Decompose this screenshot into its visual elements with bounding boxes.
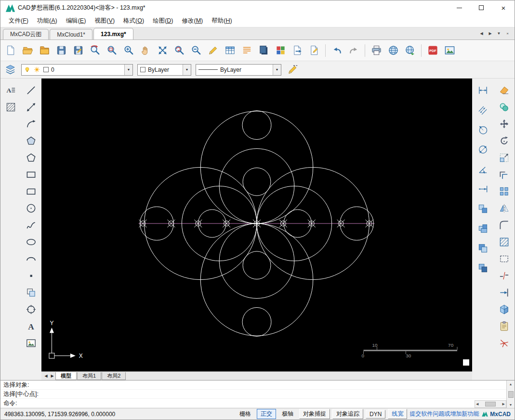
paste-block-button[interactable]: [475, 241, 490, 255]
dim-continue-button[interactable]: [475, 182, 490, 196]
table-button[interactable]: [222, 42, 238, 59]
doc-tab-control-2[interactable]: ▶: [487, 30, 494, 37]
view-3d-button[interactable]: [497, 302, 511, 316]
arc-tool-button[interactable]: [24, 117, 39, 131]
drawing-canvas[interactable]: YX1070030: [41, 79, 472, 371]
zoom-refresh-button[interactable]: [171, 42, 187, 59]
break-button[interactable]: [497, 269, 511, 283]
command-vertical-scrollbar[interactable]: ▲ ▼: [506, 381, 515, 408]
polygon-button[interactable]: [24, 151, 39, 165]
doc-tab-control-3[interactable]: ▼: [495, 30, 502, 37]
zoom-in-button[interactable]: [120, 42, 137, 59]
dim-diameter-button[interactable]: [475, 143, 490, 157]
image-export-button[interactable]: [441, 42, 458, 59]
erase-button[interactable]: [497, 83, 511, 97]
menu-item-1[interactable]: 文件(F): [4, 15, 33, 26]
spline-button[interactable]: [24, 218, 39, 232]
layer-combo-arrow-icon[interactable]: ▼: [124, 65, 132, 75]
globe-transfer-button[interactable]: [402, 42, 418, 59]
globe-web-button[interactable]: [385, 42, 401, 59]
explode-button[interactable]: [497, 336, 511, 350]
menu-item-3[interactable]: 编辑(E): [62, 15, 91, 26]
circle-tool-button[interactable]: [24, 201, 39, 215]
zoom-window-button[interactable]: [104, 42, 120, 59]
array-button[interactable]: [497, 184, 511, 198]
menu-item-5[interactable]: 格式(O): [119, 15, 148, 26]
command-hscrollbar-thumb[interactable]: [485, 402, 496, 407]
clipboard-button[interactable]: [497, 319, 511, 333]
scale-button[interactable]: [497, 151, 511, 165]
export-page-button[interactable]: [289, 42, 305, 59]
draw-pencil-button[interactable]: [205, 42, 221, 59]
doc-tab-3[interactable]: 123.mxg*: [93, 28, 133, 39]
command-horizontal-scrollbar[interactable]: ◀ ▶: [475, 400, 506, 408]
minimize-button[interactable]: [448, 0, 470, 15]
color-combo[interactable]: ByLayer ▼: [137, 64, 191, 76]
text-button[interactable]: A: [24, 319, 39, 333]
feedback-link[interactable]: 提交软件问题或增加新功能: [409, 410, 479, 418]
polygon-filled-button[interactable]: [24, 134, 39, 148]
copy-block-button[interactable]: [475, 222, 490, 236]
page-edit-button[interactable]: [306, 42, 322, 59]
extend-button[interactable]: [497, 286, 511, 300]
status-toggle-1[interactable]: 栅格: [236, 409, 254, 419]
scroll-down-icon[interactable]: ▼: [509, 401, 513, 408]
zoom-previous-button[interactable]: [87, 42, 103, 59]
dim-angular-button[interactable]: [475, 162, 490, 176]
pan-button[interactable]: [137, 42, 154, 59]
layout-tab-1[interactable]: 模型: [55, 372, 77, 380]
ellipse-button[interactable]: [24, 235, 39, 249]
offset-button[interactable]: [497, 168, 511, 182]
rotate-button[interactable]: [497, 134, 511, 148]
region-button[interactable]: [24, 286, 39, 300]
point-tool-button[interactable]: [24, 269, 39, 283]
menu-item-8[interactable]: 帮助(H): [207, 15, 236, 26]
fillet-button[interactable]: [497, 218, 511, 232]
hatch-style-button[interactable]: [3, 100, 18, 114]
mtext-button[interactable]: [238, 42, 255, 59]
scroll-left-icon[interactable]: ◀: [476, 401, 478, 407]
text-style-button[interactable]: A: [3, 83, 18, 97]
status-toggle-3[interactable]: 极轴: [278, 409, 297, 419]
zoom-dynamic-button[interactable]: [154, 42, 171, 59]
maximize-button[interactable]: [470, 0, 492, 15]
open-folder-button[interactable]: [36, 42, 53, 59]
doc-tab-1[interactable]: MxCAD云图: [3, 29, 49, 39]
linetype-combo[interactable]: ByLayer ▼: [196, 64, 281, 76]
layout-scroll-left[interactable]: ◀: [43, 374, 49, 378]
ellipse-arc-button[interactable]: [24, 252, 39, 266]
draw-order-button[interactable]: [475, 261, 490, 275]
match-prop-button[interactable]: [475, 202, 490, 216]
new-file-button[interactable]: [2, 42, 19, 59]
rect-corner-button[interactable]: [24, 184, 39, 198]
paste-page-button[interactable]: [255, 42, 272, 59]
layout-scroll-right[interactable]: ▶: [49, 374, 55, 378]
status-toggle-6[interactable]: DYN: [366, 410, 385, 419]
zoom-out-button[interactable]: [188, 42, 204, 59]
menu-item-4[interactable]: 视图(V): [90, 15, 119, 26]
color-combo-arrow-icon[interactable]: ▼: [183, 65, 191, 75]
save-as-button[interactable]: [70, 42, 86, 59]
dim-radius-button[interactable]: [475, 123, 490, 137]
status-toggle-4[interactable]: 对象捕捉: [299, 409, 330, 419]
linetype-combo-arrow-icon[interactable]: ▼: [273, 65, 281, 75]
doc-tab-control-1[interactable]: ◀: [478, 30, 485, 37]
command-line-panel[interactable]: 选择对象:选择[中心点]:命令: ▲ ▼ ◀ ▶: [0, 380, 515, 408]
donut-button[interactable]: [24, 302, 39, 316]
doc-tab-2[interactable]: MxCloud1*: [50, 29, 92, 39]
command-scrollbar-thumb[interactable]: [508, 391, 514, 398]
menu-item-2[interactable]: 功能(A): [33, 15, 62, 26]
dim-linear-button[interactable]: [475, 83, 490, 97]
layer-manager-button[interactable]: [3, 63, 17, 77]
palette-button[interactable]: [272, 42, 289, 59]
mirror-button[interactable]: [497, 201, 511, 215]
move-button[interactable]: [497, 117, 511, 131]
image-insert-button[interactable]: [24, 336, 39, 350]
layer-combo[interactable]: 0 ▼: [21, 64, 133, 76]
rectangle-button[interactable]: [24, 168, 39, 182]
pdf-export-button[interactable]: PDF: [424, 42, 441, 59]
dim-aligned-button[interactable]: [475, 103, 490, 117]
copy-object-button[interactable]: [497, 100, 511, 114]
layout-tab-3[interactable]: 布局2: [102, 372, 126, 380]
wipeout-button[interactable]: [497, 252, 511, 266]
